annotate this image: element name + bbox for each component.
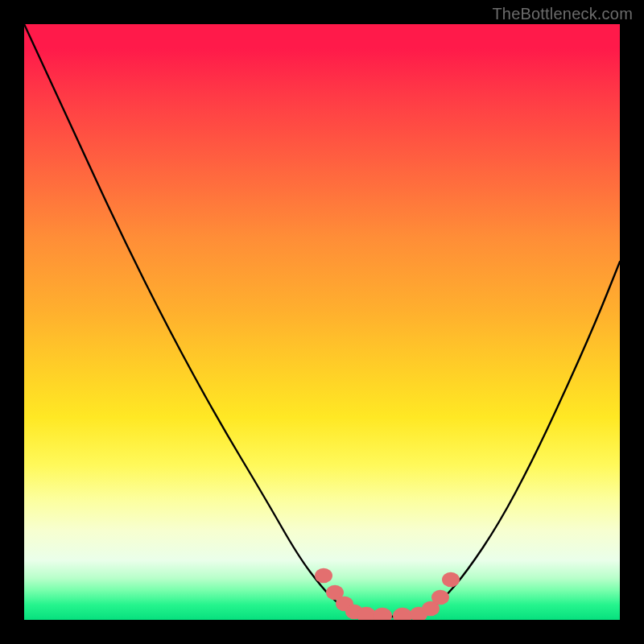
valley-marker — [431, 590, 449, 605]
valley-marker — [442, 572, 460, 588]
outer-frame: TheBottleneck.com — [0, 0, 644, 644]
valley-marker — [393, 608, 412, 620]
valley-marker — [315, 568, 332, 584]
valley-marker — [373, 608, 392, 620]
plot-area — [24, 24, 620, 620]
valley-markers — [315, 568, 460, 620]
bottleneck-curve — [24, 24, 620, 617]
watermark-text: TheBottleneck.com — [492, 5, 633, 23]
curve-layer — [24, 24, 620, 620]
